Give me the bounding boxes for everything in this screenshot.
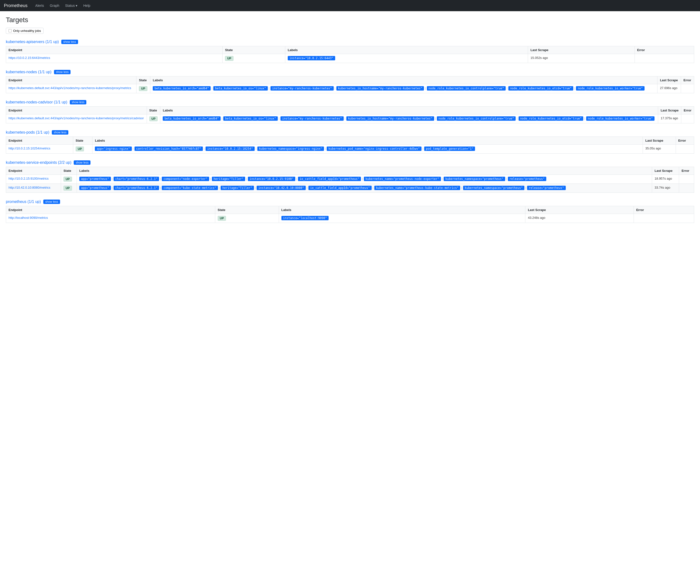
show-less-button-kubernetes-pods[interactable]: show less — [52, 130, 69, 135]
show-less-button-prometheus[interactable]: show less — [43, 199, 60, 204]
label-separator: | — [517, 117, 517, 120]
col-header-state: State — [136, 76, 150, 84]
labels-cell: beta_kubernetes_io_arch="amd64"|beta_kub… — [150, 84, 657, 93]
col-header-last_scrape: Last Scrape — [643, 137, 676, 144]
endpoint-link[interactable]: http://10.42.0.10:8080/metrics — [9, 186, 50, 189]
label-badge: kubernetes_pod_name="nginx-ingress-contr… — [327, 146, 422, 151]
col-header-state: State — [147, 107, 160, 114]
state-badge: UP — [63, 186, 72, 190]
label-badge: node_role_kubernetes_io_controlplane="tr… — [437, 116, 516, 121]
show-less-button-kubernetes-nodes[interactable]: show less — [54, 70, 71, 74]
label-separator: | — [506, 177, 507, 180]
label-badge: node_role_kubernetes_io_controlplane="tr… — [427, 86, 506, 90]
label-separator: | — [335, 87, 335, 90]
col-header-labels: Labels — [279, 206, 525, 214]
state-badge: UP — [139, 86, 147, 91]
filter-label: Only unhealthy jobs — [13, 29, 41, 33]
endpoint-link[interactable]: https://kubernetes.default.svc:443/api/v… — [9, 116, 144, 120]
col-header-endpoint: Endpoint — [6, 137, 73, 144]
label-separator: | — [210, 177, 211, 180]
col-header-error: Error — [635, 46, 694, 54]
label-separator: | — [425, 87, 426, 90]
section-header-kubernetes-nodes: kubernetes-nodes (1/1 up)show less — [6, 70, 694, 74]
table-kubernetes-nodes: EndpointStateLabelsLast ScrapeErrorhttps… — [6, 76, 694, 93]
section-header-kubernetes-service-endpoints: kubernetes-service-endpoints (2/2 up)sho… — [6, 160, 694, 165]
labels-container: instance="10.0.2.15:6443" — [288, 56, 525, 60]
graph-nav[interactable]: Graph — [47, 0, 62, 11]
show-less-button-kubernetes-nodes-cadvisor[interactable]: show less — [70, 100, 87, 104]
label-badge: kubernetes_namespace="prometheus" — [444, 177, 505, 181]
status-nav[interactable]: Status ▾ — [62, 0, 81, 11]
state-badge: UP — [63, 177, 72, 181]
section-prometheus: prometheus (1/1 up)show lessEndpointStat… — [6, 199, 694, 223]
state-cell: UP — [215, 214, 279, 223]
section-title-kubernetes-apiservers: kubernetes-apiservers (1/1 up) — [6, 40, 59, 44]
labels-container: app="ingress-nginx"|controller_revision_… — [95, 146, 640, 151]
error-cell — [681, 114, 694, 123]
labels-container: app="prometheus"|chart="prometheus-6.2.1… — [79, 177, 649, 181]
help-nav[interactable]: Help — [80, 0, 93, 11]
endpoint-link[interactable]: https://kubernetes.default.svc:443/api/v… — [9, 86, 131, 90]
section-title-kubernetes-nodes-cadvisor: kubernetes-nodes-cadvisor (1/1 up) — [6, 100, 67, 104]
label-separator: | — [112, 177, 113, 180]
label-badge: app="prometheus" — [79, 186, 111, 190]
table-kubernetes-pods: EndpointStateLabelsLast ScrapeErrorhttp:… — [6, 136, 694, 153]
labels-cell: app="prometheus"|chart="prometheus-6.2.1… — [77, 175, 652, 184]
error-cell — [681, 84, 694, 93]
table-row: http://10.0.2.15:10254/metricsUPapp="ing… — [6, 144, 694, 153]
last-scrape-cell: 43.248s ago — [525, 214, 634, 223]
last-scrape-cell: 17.375s ago — [658, 114, 681, 123]
col-header-labels: Labels — [285, 46, 528, 54]
labels-container: instance="localhost:9090" — [281, 216, 523, 220]
section-kubernetes-service-endpoints: kubernetes-service-endpoints (2/2 up)sho… — [6, 160, 694, 193]
label-badge: instance="10.0.2.15:9100" — [248, 177, 295, 181]
endpoint-link[interactable]: https://10.0.2.15:6443/metrics — [9, 56, 50, 60]
col-header-error: Error — [676, 137, 694, 144]
endpoint-cell: https://10.0.2.15:6443/metrics — [6, 54, 223, 63]
label-separator: | — [435, 117, 436, 120]
col-header-error: Error — [681, 76, 694, 84]
section-kubernetes-apiservers: kubernetes-apiservers (1/1 up)show lessE… — [6, 40, 694, 63]
show-less-button-kubernetes-apiservers[interactable]: show less — [61, 40, 78, 44]
label-separator: | — [255, 186, 256, 189]
label-separator: | — [525, 186, 526, 189]
show-less-button-kubernetes-service-endpoints[interactable]: show less — [74, 160, 90, 165]
error-cell — [679, 184, 694, 193]
sections-container: kubernetes-apiservers (1/1 up)show lessE… — [6, 40, 694, 223]
alerts-nav[interactable]: Alerts — [32, 0, 47, 11]
labels-cell: instance="10.0.2.15:6443" — [285, 54, 528, 63]
section-kubernetes-nodes: kubernetes-nodes (1/1 up)show lessEndpoi… — [6, 70, 694, 93]
col-header-last_scrape: Last Scrape — [657, 76, 681, 84]
label-separator: | — [204, 147, 205, 150]
col-header-state: State — [223, 46, 285, 54]
label-badge: instance="10.0.2.15:6443" — [288, 56, 335, 60]
label-separator: | — [325, 147, 326, 150]
endpoint-link[interactable]: http://10.0.2.15:10254/metrics — [9, 146, 50, 150]
label-badge: instance="my-rancheros-kubernetes" — [280, 116, 344, 121]
endpoint-link[interactable]: http://localhost:9090/metrics — [9, 216, 48, 219]
col-header-labels: Labels — [92, 137, 643, 144]
label-separator: | — [373, 186, 373, 189]
state-cell: UP — [61, 184, 77, 193]
state-badge: UP — [149, 116, 158, 121]
label-badge: kubernetes_name="prometheus-kube-state-m… — [374, 186, 460, 190]
label-badge: beta_kubernetes_io_arch="amd64" — [163, 116, 221, 121]
endpoint-link[interactable]: http://10.0.2.15:9100/metrics — [9, 177, 49, 180]
labels-cell: app="ingress-nginx"|controller_revision_… — [92, 144, 643, 153]
section-title-prometheus: prometheus (1/1 up) — [6, 199, 41, 204]
label-badge: kubernetes_namespace="ingress-nginx" — [257, 146, 324, 151]
labels-container: beta_kubernetes_io_arch="amd64"|beta_kub… — [153, 86, 655, 90]
label-separator: | — [422, 147, 423, 150]
error-cell — [679, 175, 694, 184]
dropdown-arrow-icon: ▾ — [76, 4, 77, 8]
labels-cell: beta_kubernetes_io_arch="amd64"|beta_kub… — [160, 114, 658, 123]
error-cell — [635, 54, 694, 63]
label-badge: node_role_kubernetes_io_etcd="true" — [519, 116, 583, 121]
navbar-brand[interactable]: Prometheus — [4, 3, 27, 8]
filter-unhealthy-button[interactable]: Only unhealthy jobs — [6, 28, 44, 34]
state-badge: UP — [76, 146, 84, 151]
label-separator: | — [256, 147, 256, 150]
state-cell: UP — [136, 84, 150, 93]
section-kubernetes-nodes-cadvisor: kubernetes-nodes-cadvisor (1/1 up)show l… — [6, 100, 694, 123]
last-scrape-cell: 33.74s ago — [652, 184, 679, 193]
